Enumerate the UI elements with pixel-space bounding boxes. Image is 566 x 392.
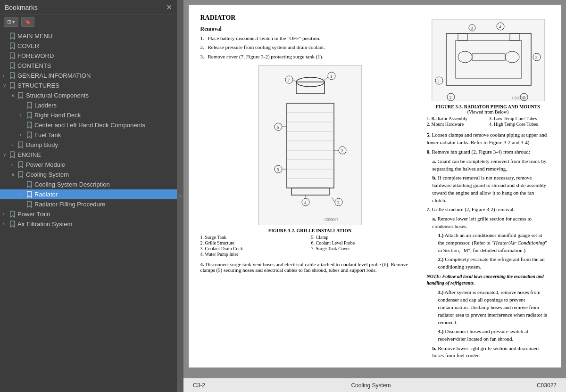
svg-text:7: 7: [288, 78, 290, 82]
footer-right: C03027: [537, 382, 557, 389]
sidebar-item-structures[interactable]: ∨ STRUCTURES: [0, 81, 177, 90]
toggle-icon: ∨: [11, 172, 18, 177]
sidebar-item-label: GENERAL INFORMATION: [17, 72, 174, 79]
view-options-button[interactable]: ⊞ ▾: [4, 17, 18, 27]
figure-3-3-legend: 1. Radiator Assembly 3. Low Temp Core Tu…: [427, 116, 549, 127]
left-column: RADIATOR Removal 1.Place battery disconn…: [200, 14, 420, 361]
right-steps: 5. Loosen clamps and remove coolant pipi…: [427, 131, 549, 359]
svg-text:4: 4: [304, 200, 307, 205]
bookmark-icon: [18, 171, 24, 178]
toggle-icon: ›: [3, 221, 9, 227]
step-4-container: 4. Disconnect surge tank vent hoses and …: [200, 261, 420, 273]
sidebar-item-power-module[interactable]: › Power Module: [0, 160, 177, 170]
bookmark-icon: [26, 102, 32, 109]
step-6a: a. Guard can be completely removed from …: [433, 158, 549, 173]
sidebar-item-engine[interactable]: ∨ ENGINE: [0, 150, 177, 160]
figure-3-2-image: 7 1: [258, 65, 362, 225]
page-footer: C3-2 Cooling System C03027: [183, 378, 566, 392]
bookmark-icon: [18, 141, 24, 148]
step-6: 6. Remove fan guard (2, Figure 3-4) from…: [427, 148, 549, 156]
bookmark-icon: [26, 131, 32, 139]
step-2: 2.Release pressure from cooling system a…: [200, 44, 420, 51]
toggle-icon: ∨: [11, 93, 18, 98]
sidebar-close-button[interactable]: ✕: [166, 3, 172, 12]
sidebar-item-label: Radiator Filling Procedure: [34, 201, 174, 208]
sidebar: Bookmarks ✕ ⊞ ▾ 🔖 MAIN MENU COVER: [0, 0, 177, 392]
sidebar-item-radiator[interactable]: › Radiator: [0, 189, 177, 199]
sidebar-item-label: STRUCTURES: [17, 82, 174, 89]
bookmark-icon: [9, 151, 15, 158]
step-7a4: 4.) Disconnect hoses and pressure switch…: [438, 328, 549, 343]
sidebar-item-radiator-filling[interactable]: Radiator Filling Procedure: [0, 199, 177, 209]
sidebar-item-dump-body[interactable]: › Dump Body: [0, 140, 177, 150]
sidebar-collapse-button[interactable]: ‹: [177, 0, 183, 392]
sidebar-header: Bookmarks ✕: [0, 0, 177, 15]
bookmark-icon: [9, 62, 15, 69]
sidebar-item-label: Structural Components: [26, 92, 174, 99]
dropdown-arrow-icon: ▾: [12, 19, 15, 25]
right-column: 1 2 4 3 2 3: [427, 14, 549, 361]
step-7a1: 1.) Attach an air conditioner manifold g…: [438, 232, 549, 254]
step-7: 7. Grille structure (2, Figure 3-2) remo…: [427, 206, 549, 213]
step-1: 1.Place battery disconnect switch in the…: [200, 35, 420, 42]
step-7a3: 3.) After system is evacuated, remove ho…: [438, 289, 549, 327]
sidebar-item-cooling-system[interactable]: ∨ Cooling System: [0, 170, 177, 180]
svg-text:3: 3: [337, 200, 340, 205]
bookmark-icon: [26, 112, 32, 119]
toggle-icon: ›: [11, 162, 18, 167]
bookmark-icon: [26, 191, 32, 198]
figure-3-3: 1 2 4 3 2 3: [427, 19, 549, 127]
sidebar-item-center-left-deck[interactable]: Center and Left Hand Deck Components: [0, 120, 177, 130]
sidebar-item-foreword[interactable]: FOREWORD: [0, 51, 177, 61]
sidebar-item-power-train[interactable]: › Power Train: [0, 209, 177, 219]
toggle-icon: ∨: [3, 152, 9, 157]
svg-text:C030065: C030065: [512, 96, 526, 100]
sidebar-item-label: MAIN MENU: [17, 33, 174, 40]
figure-3-3-caption: FIGURE 3-3. RADIATOR PIPING AND MOUNTS: [427, 104, 549, 109]
toggle-icon: ›: [20, 113, 26, 118]
figure-3-2: 7 1: [200, 65, 420, 257]
doc-title: RADIATOR: [200, 14, 420, 22]
svg-text:5: 5: [277, 167, 279, 172]
sidebar-item-label: Cooling System Description: [34, 181, 174, 188]
sidebar-item-cooling-system-desc[interactable]: Cooling System Description: [0, 180, 177, 189]
new-bookmark-button[interactable]: 🔖: [21, 17, 34, 27]
svg-text:4: 4: [499, 24, 501, 29]
sidebar-item-main-menu[interactable]: MAIN MENU: [0, 31, 177, 41]
document-page: RADIATOR Removal 1.Place battery disconn…: [189, 5, 561, 368]
svg-text:2: 2: [449, 95, 452, 100]
footer-left: C3-2: [193, 382, 205, 389]
figure-3-3-image: 1 2 4 3 2 3: [432, 19, 545, 101]
sidebar-item-label: CONTENTS: [17, 62, 174, 69]
document-area: RADIATOR Removal 1.Place battery disconn…: [183, 0, 566, 378]
step-6b: b. If complete removal is not necessary,…: [433, 174, 549, 204]
sidebar-item-label: Power Module: [26, 161, 174, 168]
sidebar-item-air-filtration[interactable]: › Air Filtration System: [0, 219, 177, 229]
content-area: RADIATOR Removal 1.Place battery disconn…: [183, 0, 566, 392]
step-4: 4. Disconnect surge tank vent hoses and …: [200, 261, 420, 273]
toggle-icon: ›: [3, 212, 9, 217]
svg-rect-0: [258, 65, 362, 225]
sidebar-item-right-hand-deck[interactable]: › Right Hand Deck: [0, 110, 177, 120]
sidebar-item-structural-components[interactable]: ∨ Structural Components: [0, 90, 177, 100]
toggle-icon: ∨: [3, 83, 9, 88]
sidebar-item-ladders[interactable]: Ladders: [0, 100, 177, 110]
sidebar-item-cover[interactable]: COVER: [0, 41, 177, 51]
bookmark-icon: [9, 72, 15, 79]
page-content: RADIATOR Removal 1.Place battery disconn…: [200, 14, 549, 361]
svg-text:C030067: C030067: [325, 218, 338, 222]
bookmark-icon: [18, 161, 24, 168]
sidebar-item-fuel-tank[interactable]: › Fuel Tank: [0, 130, 177, 140]
sidebar-item-general-info[interactable]: › GENERAL INFORMATION: [0, 71, 177, 81]
footer-center: Cooling System: [351, 382, 391, 389]
sidebar-toolbar: ⊞ ▾ 🔖: [0, 15, 177, 29]
toggle-icon: ›: [3, 73, 9, 78]
bookmark-icon: [9, 42, 15, 49]
sidebar-item-label: Fuel Tank: [34, 131, 174, 139]
sidebar-item-contents[interactable]: CONTENTS: [0, 61, 177, 71]
svg-text:1: 1: [438, 79, 440, 83]
sidebar-tree: MAIN MENU COVER FOREWORD CONTENTS › GENE…: [0, 29, 177, 392]
sidebar-item-label: COVER: [17, 42, 174, 49]
sidebar-item-label: Air Filtration System: [17, 220, 174, 228]
bookmark-icon: [9, 211, 15, 218]
